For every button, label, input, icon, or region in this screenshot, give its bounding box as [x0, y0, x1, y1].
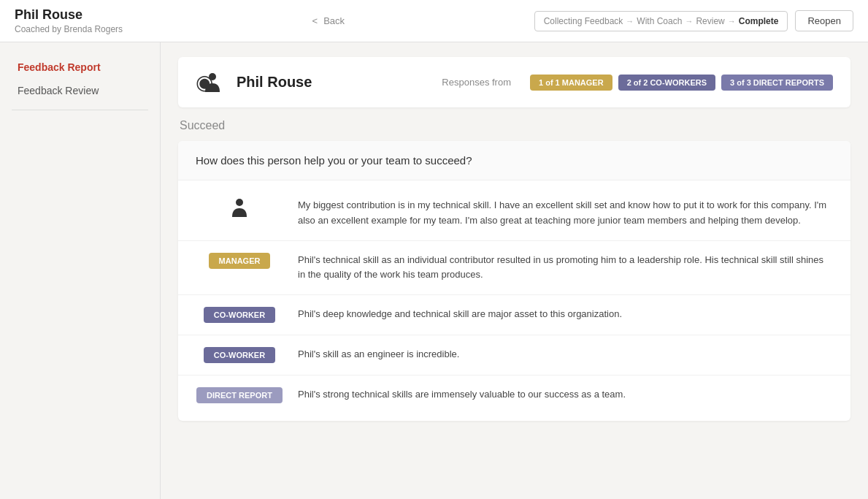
back-link[interactable]: Back [323, 15, 345, 26]
role-badge-direct: DIRECT REPORT [196, 387, 283, 403]
response-row-self: My biggest contribution is in my technic… [178, 186, 850, 241]
back-nav[interactable]: < Back [312, 15, 345, 26]
role-coworker-2: CO-WORKER [196, 347, 283, 363]
content-area: ◉ Phil Rouse Responses from 1 of 1 MANAG… [161, 42, 868, 499]
profile-name: Phil Rouse [237, 74, 312, 91]
sidebar: Feedback Report Feedback Review [0, 42, 161, 499]
section-heading-succeed: Succeed [178, 119, 850, 132]
response-text-manager: Phil's technical skill as an individual … [298, 253, 833, 283]
sidebar-item-feedback-report[interactable]: Feedback Report [12, 57, 148, 77]
sidebar-divider [12, 110, 148, 110]
reopen-button[interactable]: Reopen [795, 10, 853, 31]
question-header: How does this person help you or your te… [178, 141, 850, 180]
top-bar-right: Collecting Feedback → With Coach → Revie… [534, 10, 853, 31]
person-icon-self [232, 198, 247, 218]
sidebar-item-feedback-review[interactable]: Feedback Review [12, 80, 148, 101]
pipeline-step-3: Review [696, 16, 724, 26]
pipeline-step-complete: Complete [739, 16, 779, 26]
coached-by: Coached by Brenda Rogers [15, 24, 123, 34]
badge-coworker[interactable]: 2 of 2 CO-WORKERS [618, 75, 715, 91]
response-row-coworker-2: CO-WORKER Phil's skill as an engineer is… [178, 335, 850, 376]
arrow-1: → [626, 17, 634, 26]
response-text-coworker-2: Phil's skill as an engineer is incredibl… [298, 347, 833, 362]
svg-point-1 [236, 199, 243, 206]
response-badges: 1 of 1 MANAGER 2 of 2 CO-WORKERS 3 of 3 … [530, 75, 833, 91]
profile-person-svg [204, 72, 220, 94]
responses-from-label: Responses from [442, 77, 511, 88]
response-text-direct: Phil's strong technical skills are immen… [298, 387, 833, 403]
arrow-3: → [728, 17, 736, 26]
role-coworker-1: CO-WORKER [196, 307, 283, 323]
status-pipeline: Collecting Feedback → With Coach → Revie… [534, 11, 788, 31]
pipeline-step-2: With Coach [637, 16, 682, 26]
response-row-manager: MANAGER Phil's technical skill as an ind… [178, 241, 850, 296]
role-badge-coworker-2: CO-WORKER [204, 347, 275, 363]
role-badge-manager: MANAGER [209, 253, 271, 269]
role-manager: MANAGER [196, 253, 283, 269]
badge-direct-reports[interactable]: 3 of 3 DIRECT REPORTS [721, 75, 833, 91]
svg-point-0 [209, 73, 216, 80]
top-bar: Phil Rouse Coached by Brenda Rogers < Ba… [0, 0, 868, 42]
response-rows: My biggest contribution is in my technic… [178, 180, 850, 421]
user-name: Phil Rouse [15, 7, 123, 23]
response-row-coworker-1: CO-WORKER Phil's deep knowledge and tech… [178, 295, 850, 335]
response-text-coworker-1: Phil's deep knowledge and technical skil… [298, 307, 833, 322]
pipeline-step-1: Collecting Feedback [544, 16, 623, 26]
response-text-self: My biggest contribution is in my technic… [298, 198, 833, 229]
role-self [196, 198, 283, 218]
arrow-2: → [685, 17, 693, 26]
badge-manager[interactable]: 1 of 1 MANAGER [530, 75, 612, 91]
back-arrow-icon: < [312, 15, 318, 26]
top-bar-left: Phil Rouse Coached by Brenda Rogers [15, 7, 123, 34]
response-row-direct: DIRECT REPORT Phil's strong technical sk… [178, 376, 850, 415]
question-block-succeed: How does this person help you or your te… [178, 141, 850, 421]
role-direct: DIRECT REPORT [196, 387, 283, 403]
main-layout: Feedback Report Feedback Review ◉ Phil R… [0, 42, 868, 499]
profile-card: ◉ Phil Rouse Responses from 1 of 1 MANAG… [178, 57, 850, 107]
role-badge-coworker-1: CO-WORKER [204, 307, 275, 323]
